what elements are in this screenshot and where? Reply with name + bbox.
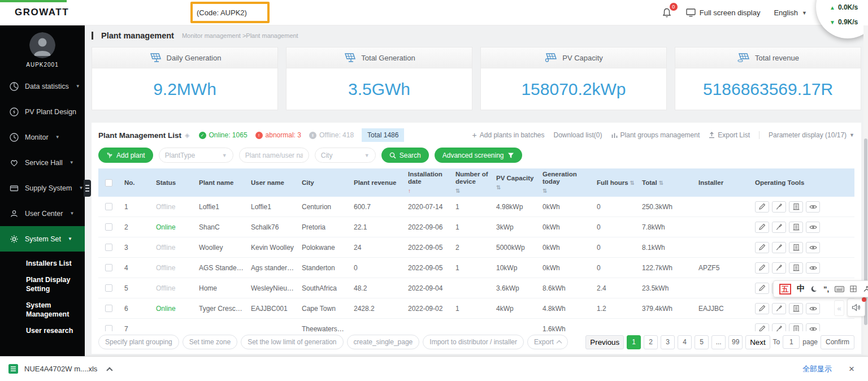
rename-plant-button[interactable] [772, 222, 786, 233]
ime-punctuation-indicator[interactable]: ”, [823, 285, 829, 293]
submenu-item-plant-display-setting[interactable]: Plant Display Setting [26, 275, 78, 293]
row-checkbox[interactable] [105, 284, 112, 292]
column-header[interactable]: Full hours⇅ [593, 177, 639, 189]
datalogger-button[interactable] [789, 262, 803, 274]
bulk-action-button[interactable]: Import to distributor / installer [423, 335, 524, 349]
view-plant-button[interactable] [806, 242, 820, 253]
list-filter-icon[interactable]: ◈ [185, 132, 189, 139]
datalogger-button[interactable] [789, 242, 803, 253]
edit-plant-button[interactable] [755, 323, 769, 332]
edit-plant-button[interactable] [755, 283, 769, 294]
ime-toolbox-icon[interactable] [862, 285, 868, 293]
plant-type-select[interactable]: PlantType ▼ [159, 148, 233, 163]
page-number[interactable]: ... [711, 335, 726, 349]
close-download-bar-icon[interactable]: × [849, 364, 854, 374]
sort-icon[interactable]: ⇅ [496, 184, 501, 191]
previous-page-button[interactable]: Previous [585, 335, 624, 349]
submenu-item-user-research[interactable]: User research [26, 326, 78, 335]
speaker-button[interactable] [847, 298, 865, 317]
search-button[interactable]: Search [381, 148, 429, 163]
plant-name-search-input[interactable] [239, 148, 309, 163]
datalogger-button[interactable] [789, 222, 803, 233]
abnormal-count[interactable]: ! abnormal: 3 [255, 131, 301, 139]
sort-icon[interactable]: ↑ [408, 187, 411, 194]
column-header[interactable]: Total⇅ [639, 177, 695, 189]
cell-plant-name[interactable]: ShanC [196, 223, 248, 231]
bulk-action-button[interactable]: Set the low limit of generation [241, 335, 343, 349]
fullscreen-toggle[interactable]: Full screen display [686, 8, 761, 17]
online-count[interactable]: ✓ Online: 1065 [199, 131, 248, 139]
sort-icon[interactable]: ⇅ [659, 179, 663, 187]
edit-plant-button[interactable] [755, 242, 769, 253]
sidebar-item-service-hall[interactable]: Service Hall ▼ [0, 150, 85, 175]
cell-plant-name[interactable]: Tyger Crescent [196, 305, 248, 313]
sidebar-item-monitor[interactable]: Monitor ▼ [0, 124, 85, 150]
rename-plant-button[interactable] [772, 323, 786, 332]
export-button[interactable]: Export [527, 335, 568, 349]
show-all-downloads-link[interactable]: 全部显示 [802, 364, 832, 374]
cell-plant-name[interactable]: Home [196, 284, 248, 292]
ime-grid-icon[interactable] [850, 285, 857, 292]
row-checkbox[interactable] [105, 325, 112, 331]
edit-plant-button[interactable] [755, 222, 769, 233]
row-checkbox[interactable] [105, 203, 112, 210]
edit-plant-button[interactable] [755, 201, 769, 213]
row-checkbox[interactable] [105, 305, 112, 312]
page-number[interactable]: 2 [644, 335, 658, 349]
page-number[interactable]: 1 [627, 335, 641, 349]
avatar[interactable] [29, 32, 55, 58]
select-all-checkbox[interactable] [105, 179, 112, 187]
language-selector[interactable]: English ▼ [774, 8, 807, 17]
sort-icon[interactable]: ⇅ [630, 179, 635, 187]
bulk-action-button[interactable]: Specify plant grouping [98, 335, 179, 349]
next-page-button[interactable]: Next [745, 335, 770, 349]
chevron-up-icon[interactable] [107, 367, 113, 373]
view-plant-button[interactable] [806, 222, 820, 233]
sidebar-toggle-handle[interactable] [84, 180, 91, 197]
view-plant-button[interactable] [806, 262, 820, 274]
edit-plant-button[interactable] [755, 262, 769, 274]
view-plant-button[interactable] [806, 303, 820, 314]
ime-keyboard-icon[interactable] [835, 286, 844, 292]
goto-page-input[interactable] [783, 335, 800, 349]
sidebar-item-data-statistics[interactable]: Data statistics ▼ [0, 73, 85, 99]
export-list-button[interactable]: Export List [709, 131, 750, 139]
cell-plant-name[interactable]: AGS Standerton [196, 264, 248, 272]
notification-bell-icon[interactable]: 0 [662, 7, 672, 19]
rename-plant-button[interactable] [772, 242, 786, 253]
bulk-action-button[interactable]: create_single_page [347, 335, 420, 349]
confirm-page-button[interactable]: Confirm [821, 335, 854, 349]
row-checkbox[interactable] [105, 244, 112, 251]
rename-plant-button[interactable] [772, 201, 786, 213]
column-header[interactable]: Number of device⇅ [452, 168, 493, 197]
row-checkbox[interactable] [105, 223, 112, 231]
ime-moon-icon[interactable] [810, 285, 818, 293]
add-plant-button[interactable]: Add plant [98, 148, 153, 163]
view-plant-button[interactable] [806, 201, 820, 213]
sidebar-item-user-center[interactable]: User Center ▼ [0, 201, 85, 226]
advanced-screening-button[interactable]: Advanced screening [435, 148, 522, 163]
page-number[interactable]: 99 [728, 335, 743, 349]
cell-plant-name[interactable]: Loffie1 [196, 203, 248, 211]
ime-wubi-indicator[interactable]: 五 [779, 284, 791, 295]
sidebar-item-supply-system[interactable]: Supply System ▼ [0, 175, 85, 201]
collapse-panel-icon[interactable]: « [834, 300, 844, 316]
sidebar-item-pv-plant-design[interactable]: PV Plant Design [0, 99, 85, 124]
rename-plant-button[interactable] [772, 303, 786, 314]
parameter-display-dropdown[interactable]: Parameter display (10/17) ▼ [769, 131, 854, 139]
cell-plant-name[interactable]: Woolley [196, 244, 248, 252]
edit-plant-button[interactable] [755, 303, 769, 314]
row-checkbox[interactable] [105, 264, 112, 271]
submenu-item-installers-list[interactable]: Installers List [26, 259, 78, 268]
sidebar-item-system-set[interactable]: System Set ▼ [0, 226, 85, 252]
page-number[interactable]: 3 [661, 335, 675, 349]
offline-count[interactable]: ‖ Offline: 418 [309, 131, 354, 139]
ime-language-indicator[interactable]: 中 [797, 284, 805, 294]
datalogger-button[interactable] [789, 303, 803, 314]
view-plant-button[interactable] [806, 323, 820, 332]
datalogger-button[interactable] [789, 201, 803, 213]
bulk-action-button[interactable]: Set time zone [183, 335, 237, 349]
downloaded-file-chip[interactable]: NUE4A4702W m....xls [8, 363, 97, 374]
total-count-chip[interactable]: Total 1486 [362, 128, 404, 142]
datalogger-button[interactable] [789, 323, 803, 332]
